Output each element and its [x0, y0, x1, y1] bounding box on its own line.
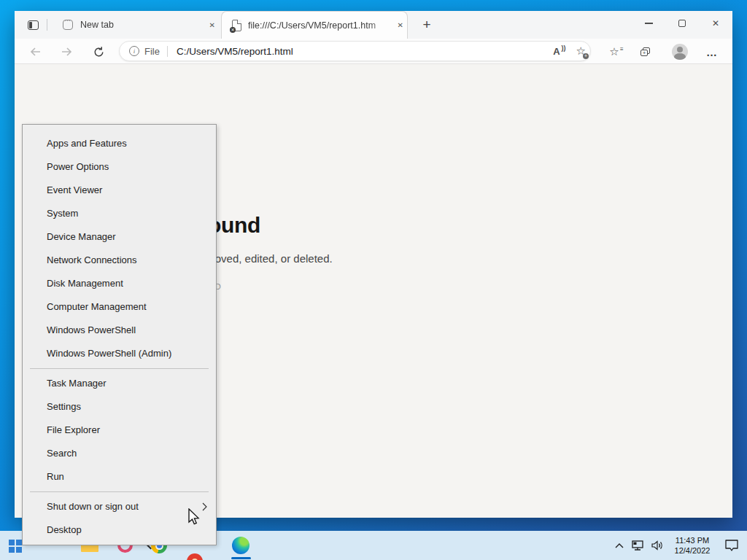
forward-arrow-icon	[61, 46, 73, 58]
address-separator	[167, 46, 168, 57]
menu-separator	[30, 368, 209, 369]
clock-date: 12/4/2022	[671, 545, 713, 556]
document-error-favicon: ✕	[232, 20, 241, 31]
desktop-wallpaper: New tab ✕ ✕ file:///C:/Users/VM5/report1…	[0, 0, 747, 560]
menu-item-computer-management[interactable]: Computer Management	[23, 295, 216, 319]
error-badge-icon: ✕	[230, 27, 236, 33]
menu-item-system[interactable]: System	[23, 202, 216, 225]
minimize-icon	[645, 23, 653, 24]
add-favorite-button[interactable]: ☆+	[576, 44, 586, 58]
tab-strip: New tab ✕ ✕ file:///C:/Users/VM5/report1…	[15, 11, 732, 39]
window-controls: ✕	[632, 11, 732, 39]
menu-item-windows-powershell[interactable]: Windows PowerShell	[23, 319, 216, 342]
system-tray: 11:43 PM 12/4/2022	[614, 531, 747, 560]
back-arrow-icon	[29, 46, 42, 58]
windows-logo-icon	[16, 540, 22, 545]
network-icon[interactable]	[630, 540, 645, 551]
tab-report1-active[interactable]: ✕ file:///C:/Users/VM5/report1.htm ✕	[221, 11, 408, 39]
browser-toolbar: i File C:/Users/VM5/report1.html A)) ☆+ …	[15, 39, 732, 64]
menu-item-task-manager[interactable]: Task Manager	[23, 372, 216, 395]
refresh-icon	[93, 46, 105, 58]
winx-context-menu: Apps and Features Power Options Event Vi…	[22, 124, 217, 545]
tab-title: New tab	[80, 20, 206, 30]
ellipsis-icon: …	[706, 46, 718, 58]
tab-actions-menu-button[interactable]	[23, 16, 42, 34]
new-tab-button[interactable]: +	[417, 15, 436, 34]
menu-item-windows-powershell-admin[interactable]: Windows PowerShell (Admin)	[23, 342, 216, 365]
start-button[interactable]	[9, 540, 21, 552]
tab-close-button[interactable]: ✕	[394, 19, 407, 31]
menu-item-label: Shut down or sign out	[47, 501, 139, 512]
tab-actions-icon	[28, 20, 39, 30]
windows-logo-icon	[9, 547, 15, 553]
menu-item-event-viewer[interactable]: Event Viewer	[23, 179, 216, 202]
forward-button[interactable]	[57, 42, 76, 61]
back-button[interactable]	[26, 42, 44, 61]
tab-new-tab[interactable]: New tab ✕	[51, 11, 219, 39]
taskbar-edge-button[interactable]	[232, 537, 249, 554]
file-scheme-label: File	[144, 46, 160, 57]
menu-item-settings[interactable]: Settings	[23, 395, 216, 419]
volume-icon[interactable]	[651, 540, 664, 551]
action-center-icon[interactable]	[724, 539, 740, 552]
active-app-indicator	[231, 557, 251, 559]
favorites-button[interactable]: ☆≡	[605, 42, 624, 61]
add-favorite-plus-icon: +	[583, 53, 589, 59]
close-window-button[interactable]: ✕	[699, 11, 732, 36]
profile-button[interactable]	[670, 42, 689, 61]
menu-item-network-connections[interactable]: Network Connections	[23, 249, 216, 272]
close-icon: ✕	[712, 18, 719, 28]
refresh-button[interactable]	[89, 42, 108, 61]
profile-avatar-icon	[672, 44, 688, 60]
address-bar[interactable]: i File C:/Users/VM5/report1.html A)) ☆+	[119, 41, 591, 61]
read-aloud-button[interactable]: A))	[553, 46, 565, 57]
menu-item-device-manager[interactable]: Device Manager	[23, 225, 216, 249]
tab-title: file:///C:/Users/VM5/report1.htm	[248, 20, 394, 31]
taskbar-clock[interactable]: 11:43 PM 12/4/2022	[671, 535, 713, 556]
tabstrip-separator	[47, 19, 47, 31]
collections-button[interactable]: +	[636, 42, 655, 61]
windows-logo-icon	[16, 547, 22, 553]
favorites-icon: ☆≡	[609, 45, 619, 58]
windows-logo-icon	[9, 540, 15, 545]
maximize-button[interactable]	[665, 11, 699, 36]
taskbar-firefox-button[interactable]	[187, 553, 203, 560]
menu-item-disk-management[interactable]: Disk Management	[23, 272, 216, 295]
minimize-button[interactable]	[632, 11, 665, 36]
maximize-icon	[678, 20, 686, 27]
menu-item-power-options[interactable]: Power Options	[23, 155, 216, 179]
new-tab-page-icon	[63, 20, 73, 30]
menu-item-file-explorer[interactable]: File Explorer	[23, 419, 216, 442]
clock-time: 11:43 PM	[671, 535, 713, 545]
submenu-chevron-icon	[202, 502, 207, 511]
menu-item-run[interactable]: Run	[23, 465, 216, 489]
settings-menu-button[interactable]: …	[703, 42, 721, 61]
url-text[interactable]: C:/Users/VM5/report1.html	[177, 46, 293, 57]
menu-item-apps-and-features[interactable]: Apps and Features	[23, 132, 216, 155]
mouse-cursor	[187, 508, 203, 526]
tray-overflow-chevron-icon[interactable]	[614, 542, 624, 549]
menu-separator	[30, 491, 209, 492]
menu-item-search[interactable]: Search	[23, 442, 216, 465]
collections-icon: +	[640, 47, 651, 56]
read-aloud-icon: A	[553, 46, 560, 57]
tab-close-button[interactable]: ✕	[206, 19, 219, 31]
site-info-icon[interactable]: i	[129, 46, 139, 56]
